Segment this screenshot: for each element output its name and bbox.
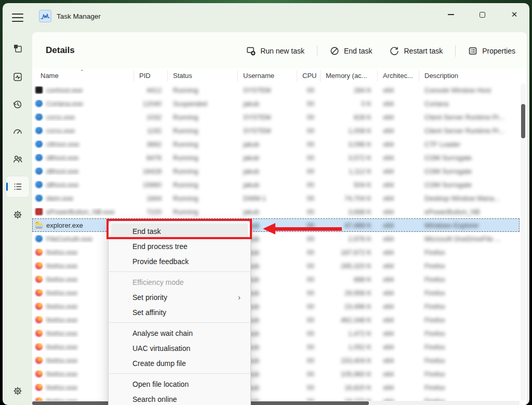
table-row[interactable]: dwm.exe1844RunningDWM-10074,704 Kx64Desk… — [32, 191, 520, 205]
menu-item-set-priority[interactable]: Set priority› — [111, 290, 248, 305]
menu-separator — [109, 322, 250, 323]
cell-desc: Firefox — [419, 262, 520, 270]
close-button[interactable]: ✕ — [503, 6, 526, 23]
menu-item-end-process-tree[interactable]: End process tree — [111, 239, 248, 254]
task-manager-app-icon — [39, 10, 51, 22]
menu-item-label: UAC virtualisation — [132, 344, 190, 352]
column-header-cpu[interactable]: CPU — [297, 70, 321, 82]
cell-desc: COM Surrogate — [419, 154, 520, 162]
settings-gear-icon — [12, 386, 23, 396]
cell-desc: COM Surrogate — [419, 181, 520, 189]
submenu-chevron-icon: › — [238, 293, 241, 302]
table-row[interactable]: dllhost.exe15660Runningjakub00504 Kx64CO… — [32, 178, 520, 191]
run-new-task-button[interactable]: Run new task — [241, 43, 310, 59]
firefox-file-icon — [35, 330, 43, 337]
menu-item-uac-virtualisation[interactable]: UAC virtualisation — [111, 341, 248, 356]
cell-desc: Microsoft OneDriveFile ... — [419, 235, 520, 243]
table-row[interactable]: FileCoAuth.exejakub002,976 Kx64Microsoft… — [32, 232, 520, 245]
cell-mem: 16,820 K — [321, 384, 378, 391]
column-header-pid[interactable]: PID — [134, 70, 168, 82]
menu-item-label: End process tree — [132, 242, 188, 251]
menu-item-provide-feedback[interactable]: Provide feedback — [111, 254, 248, 269]
cell-status: Running — [168, 167, 238, 175]
firefox-file-icon — [35, 343, 43, 350]
sidebar-item-settings[interactable] — [6, 381, 29, 401]
firefox-file-icon — [35, 384, 43, 391]
menu-item-search-online[interactable]: Search online — [111, 391, 248, 405]
firefox-file-icon — [35, 276, 43, 283]
table-row[interactable]: firefox.exejakub00462,348 Kx64Firefox — [32, 313, 520, 326]
menu-item-set-affinity[interactable]: Set affinity — [111, 305, 248, 320]
vertical-scrollbar-thumb[interactable] — [521, 104, 525, 138]
table-row[interactable]: firefox.exejakub001,052 Kx64Firefox — [32, 340, 520, 354]
table-row[interactable]: firefox.exejakub00285,320 Kx64Firefox — [32, 259, 520, 272]
table-row[interactable]: firefox.exejakub0016,820 Kx64Firefox — [32, 381, 520, 394]
table-row[interactable]: ctfmon.exe3692Runningjakub003,096 Kx64CT… — [32, 137, 520, 151]
table-row[interactable]: conhost.exe4412RunningSYSTEM00284 Kx64Co… — [32, 83, 520, 97]
sidebar-item-performance[interactable] — [6, 67, 29, 87]
menu-item-label: Open file location — [132, 380, 189, 388]
menu-item-open-file-location[interactable]: Open file location — [111, 376, 248, 391]
process-name: firefox.exe — [46, 316, 77, 324]
services-icon — [12, 210, 23, 220]
folder-file-icon — [35, 223, 43, 229]
menu-item-analyse-wait-chain[interactable]: Analyse wait chain — [111, 325, 248, 341]
cell-desc: Desktop Window Mana... — [419, 194, 520, 202]
table-row[interactable]: firefox.exejakub001,472 Kx64Firefox — [32, 326, 520, 340]
horizontal-scrollbar[interactable] — [32, 401, 520, 405]
table-row[interactable]: csrss.exe1192RunningSYSTEM001,008 Kx64Cl… — [32, 124, 520, 137]
sidebar-item-app-history[interactable] — [6, 94, 29, 115]
cell-mem: 2,976 K — [321, 235, 378, 243]
properties-button[interactable]: Properties — [463, 43, 521, 59]
table-row[interactable]: firefox.exejakub00888 Kx64Firefox — [32, 272, 520, 286]
cell-user: DWM-1 — [238, 194, 297, 202]
cell-cpu: 00 — [297, 113, 321, 121]
cell-desc: COM Surrogate — [419, 167, 520, 175]
end-task-button[interactable]: End task — [325, 43, 377, 59]
table-row[interactable]: csrss.exe1032RunningSYSTEM00828 Kx64Clie… — [32, 110, 520, 124]
table-row[interactable]: firefox.exejakub0023,496 Kx64Firefox — [32, 299, 520, 313]
sidebar-item-services[interactable] — [6, 204, 29, 225]
firefox-file-icon — [35, 357, 43, 364]
table-row[interactable]: firefox.exejakub0029,956 Kx64Firefox — [32, 286, 520, 299]
table-row[interactable]: firefox.exejakub00105,960 Kx64Firefox — [32, 367, 520, 381]
hamburger-menu-icon[interactable] — [12, 14, 23, 22]
cell-mem: 105,960 K — [321, 370, 378, 378]
column-header-user[interactable]: Username — [238, 70, 297, 82]
sidebar-item-details[interactable] — [6, 176, 29, 197]
column-header-arch[interactable]: Architec... — [378, 70, 419, 82]
cell-mem: 1,472 K — [321, 330, 378, 337]
minimize-button[interactable] — [440, 6, 462, 23]
sidebar-item-users[interactable] — [6, 149, 29, 169]
restart-task-button[interactable]: Restart task — [384, 43, 448, 59]
menu-item-create-dump-file[interactable]: Create dump file — [111, 356, 248, 371]
cell-cpu: 00 — [297, 316, 321, 324]
column-header-status[interactable]: Status — [168, 70, 238, 82]
sidebar-item-processes[interactable] — [6, 38, 29, 59]
cell-mem: 23,496 K — [321, 303, 378, 310]
details-icon — [12, 181, 23, 192]
table-row[interactable]: dllhost.exe8476Runningjakub003,572 Kx64C… — [32, 151, 520, 164]
vertical-scrollbar[interactable] — [521, 83, 526, 401]
column-header-desc[interactable]: Description — [419, 70, 520, 82]
app-file-icon — [35, 100, 43, 107]
table-row[interactable]: dllhost.exe16428Runningjakub001,112 Kx64… — [32, 164, 520, 178]
cell-arch: x64 — [378, 316, 419, 324]
cell-desc: Cortana — [419, 100, 520, 108]
maximize-button[interactable] — [471, 6, 494, 23]
menu-item-end-task[interactable]: End task — [111, 224, 248, 239]
process-name: dllhost.exe — [46, 181, 78, 189]
column-header-mem[interactable]: Memory (ac... — [321, 70, 378, 82]
table-row[interactable]: firefox.exejakub00153,404 Kx64Firefox — [32, 354, 520, 367]
table-row[interactable]: Cortana.exe12040Suspendedjakub000 Kx64Co… — [32, 97, 520, 110]
process-name: firefox.exe — [46, 384, 77, 391]
table-row[interactable]: firefox.exejakub00187,672 Kx64Firefox — [32, 245, 520, 259]
cell-arch: x64 — [378, 330, 419, 337]
toolbar-separator — [317, 45, 317, 57]
cell-cpu: 00 — [297, 384, 321, 391]
sidebar-item-startup-apps[interactable] — [6, 121, 29, 142]
cell-desc: Firefox — [419, 357, 520, 364]
column-header-name[interactable]: Name⌃ — [32, 70, 134, 82]
cell-desc: Firefox — [419, 276, 520, 283]
table-row[interactable]: ePowerButton_NB.exe7220Runningjakub003,6… — [32, 205, 520, 218]
